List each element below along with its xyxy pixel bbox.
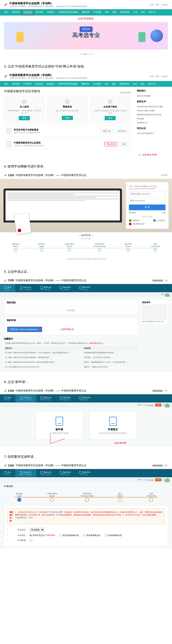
nav-apply[interactable]: 申请认证Start an Application bbox=[15, 469, 36, 477]
nav-my-verification[interactable]: 我的认证My Verification bbox=[36, 469, 56, 477]
nav-zhengbing[interactable]: 征兵 bbox=[132, 9, 139, 16]
nav-home[interactable]: 首页Home bbox=[0, 394, 15, 402]
nav-verify[interactable]: 在线验证 bbox=[45, 9, 57, 16]
nav-item[interactable]: 在线验证 bbox=[45, 81, 56, 87]
contact-link[interactable]: 联系我们 bbox=[161, 174, 168, 176]
message-icon bbox=[60, 286, 62, 289]
howto-button[interactable]: 如何申请 bbox=[116, 129, 128, 133]
qty-plus-button[interactable]: ＋ bbox=[30, 539, 33, 542]
nav-my-message[interactable]: 我的消息My Message bbox=[56, 394, 75, 402]
step-label: 提交申请单 bbox=[81, 492, 94, 495]
nav-abroad[interactable]: 出国教育背景信息服务 bbox=[57, 9, 80, 16]
nav-my-verification[interactable]: 我的认证My Verification bbox=[36, 284, 56, 292]
nav-home[interactable]: 首页Home bbox=[0, 284, 15, 292]
account-input[interactable] bbox=[129, 192, 165, 196]
query-button[interactable]: 查询 bbox=[105, 116, 116, 120]
radio-huikao[interactable]: 会考成绩单认证 bbox=[105, 534, 122, 537]
user-info[interactable]: ▓▓▓▓▓▓▓▓ 退出 bbox=[152, 464, 168, 467]
font-size-control[interactable]: 字号：大 bbox=[138, 478, 145, 481]
wechat-login[interactable]: 微信登录支付宝登录 bbox=[129, 219, 165, 222]
login-button[interactable]: 登 录 bbox=[129, 204, 165, 210]
nav-item[interactable]: 学籍查询 bbox=[10, 81, 22, 87]
register-link[interactable]: 注册 bbox=[162, 212, 165, 214]
intro-button[interactable]: 报告介绍 bbox=[101, 129, 113, 133]
side-link[interactable]: 高等学校学生学籍学历电子注册办 bbox=[137, 105, 169, 109]
lang-cn-button[interactable]: 中文 bbox=[155, 478, 161, 481]
scope-link[interactable]: "可申请认证的范围" bbox=[48, 511, 63, 513]
step-label: 上传电子附件 bbox=[47, 492, 57, 495]
top-links[interactable]: 注册 登录 English bbox=[149, 3, 168, 6]
nav-my-message[interactable]: 我的消息My Message bbox=[56, 284, 75, 292]
nav-my-message[interactable]: 我的消息My Message bbox=[56, 469, 75, 477]
nav-home[interactable]: 首页 bbox=[3, 9, 10, 16]
appeal-card[interactable]: 申请复议 对已完成的认证结果有异议的请复议 bbox=[89, 412, 137, 440]
notice-label: 重要提示 (必读) bbox=[10, 511, 13, 522]
nav-item[interactable]: 港澳台招生 bbox=[118, 81, 131, 87]
nav-xueli-highlighted[interactable]: 学历查询 bbox=[22, 9, 34, 16]
nav-apply[interactable]: 申请认证Start an Application bbox=[15, 394, 36, 402]
nav-my-enquiry[interactable]: 我的咨询My Enquiry bbox=[75, 394, 94, 402]
font-size-control[interactable]: 字号：大 bbox=[138, 404, 145, 406]
appeal-icon bbox=[109, 417, 117, 426]
nav-item[interactable]: 就业 bbox=[139, 81, 146, 87]
banner[interactable]: 2023年 高考选专业 bbox=[4, 22, 168, 50]
nav-gaokao[interactable]: 高考 bbox=[103, 9, 111, 16]
nav-my-verification[interactable]: 我的认证My Verification bbox=[36, 394, 56, 402]
nav-xuezhi[interactable]: 学职平台 bbox=[147, 9, 158, 16]
nav-hkmo[interactable]: 港澳台招生 bbox=[118, 9, 132, 16]
home-icon bbox=[4, 396, 7, 399]
carousel-dots[interactable] bbox=[0, 50, 172, 56]
nav-item[interactable]: 研招 bbox=[110, 81, 118, 87]
start-application-button[interactable]: 申请认证（Start an Application） bbox=[7, 327, 42, 332]
radio-transcript[interactable]: 研究及成绩单认证 bbox=[60, 534, 79, 537]
nav-xuewei[interactable]: 学位查询 bbox=[34, 9, 45, 16]
radio-xueli[interactable]: 高等学历认证(含军队院校) bbox=[30, 534, 55, 537]
nav-apply[interactable]: 申请认证Start an Application bbox=[15, 284, 36, 292]
nav-item[interactable]: 图像校对 bbox=[80, 81, 91, 87]
nav-image[interactable]: 图像校对 bbox=[80, 9, 92, 16]
new-application-card[interactable]: 新申请 可以重新进行新申请创建 bbox=[36, 412, 83, 440]
side-link[interactable]: 学历电子注册工作流程 bbox=[137, 109, 169, 113]
nav-my-enquiry[interactable]: 我的咨询My Enquiry bbox=[75, 469, 94, 477]
edu-login[interactable]: 教育网联邦登录 bbox=[129, 222, 165, 226]
nav-archive[interactable]: 学信档案 bbox=[92, 9, 103, 16]
password-input[interactable] bbox=[129, 198, 165, 203]
step-label: 注册/登录 bbox=[12, 243, 19, 246]
nav-jiuye[interactable]: 就业 bbox=[139, 9, 147, 16]
nav-item[interactable]: 学职平台 bbox=[146, 81, 158, 87]
side-link[interactable]: 常见问题 bbox=[137, 117, 169, 121]
nav-home[interactable]: 首页Home bbox=[0, 469, 15, 477]
nav-item[interactable]: 征兵 bbox=[131, 81, 139, 87]
lang-cn-button[interactable]: 中文 bbox=[155, 404, 161, 406]
bar-title: 中国高等教育学生信息网（学信网）—— 中国高等教育学历认证 bbox=[16, 279, 86, 282]
nav-yanzhao[interactable]: 研招 bbox=[111, 9, 118, 16]
nav-my-enquiry[interactable]: 我的咨询My Enquiry bbox=[75, 284, 94, 292]
nav-xueji[interactable]: 学籍查询 bbox=[10, 9, 22, 16]
nav-item[interactable]: 学位查询 bbox=[33, 81, 45, 87]
table-header: 客服电话 bbox=[4, 346, 83, 350]
nav-item[interactable]: 高考 bbox=[103, 81, 110, 87]
pdf-link[interactable]: 下载清晰的证书（PDF） bbox=[15, 517, 34, 518]
login-button[interactable]: 登录 bbox=[120, 142, 128, 146]
user-info[interactable]: ▓▓▓▓▓▓▓▓ 退出 bbox=[152, 279, 168, 282]
radio-gaokao[interactable]: 高考成绩单认证 bbox=[83, 534, 100, 537]
purpose-select[interactable]: ❋ 请选择 bbox=[30, 528, 45, 532]
logo-icon: ✓ bbox=[4, 2, 8, 8]
nav-item[interactable]: 学历查询 bbox=[22, 81, 33, 87]
query-button[interactable]: 查询 bbox=[19, 116, 30, 120]
nav-item[interactable]: 学信档案 bbox=[91, 81, 103, 87]
online-apply-button[interactable]: 网上申请 bbox=[105, 142, 117, 146]
sample-report-icon[interactable] bbox=[142, 305, 166, 320]
nav-item[interactable]: 首页 bbox=[3, 81, 10, 87]
query-button[interactable]: 查询 bbox=[62, 116, 73, 120]
side-link[interactable]: 其他查询方式 bbox=[137, 121, 169, 125]
side-link[interactable]: 提供学历查询服务 bbox=[137, 94, 169, 98]
side-link[interactable]: 解放军和武警部队认证证书名称 bbox=[137, 113, 169, 117]
forgot-link[interactable]: 找回密码 bbox=[129, 212, 136, 214]
side-link[interactable]: 学历认证申请及查询 > bbox=[137, 132, 169, 136]
new-doc-icon bbox=[56, 417, 63, 426]
nav-item[interactable]: 出国教育背景信息服务 bbox=[56, 81, 80, 87]
fee-note[interactable]: 零散查询范围 bbox=[120, 92, 130, 94]
user-info[interactable]: ▓▓▓▓▓▓▓▓ 退出 bbox=[152, 390, 168, 392]
top-links[interactable]: 注册 登录 English bbox=[149, 75, 168, 78]
